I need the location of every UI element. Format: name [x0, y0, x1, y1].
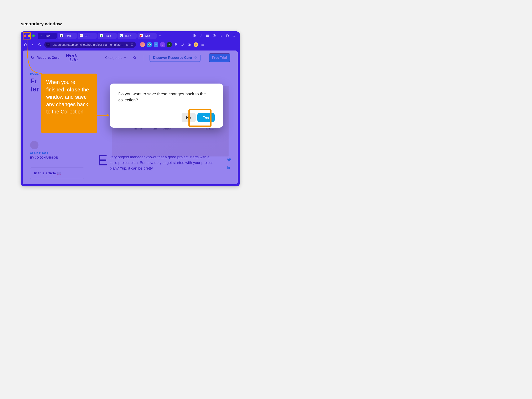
- browser-tab[interactable]: ◆ Proje: [98, 33, 117, 39]
- titlebar: ∞ Free t Simp ••• 27 P ◆ Proje C 15 Fr m…: [21, 31, 240, 40]
- linkedin-icon[interactable]: in: [227, 166, 231, 170]
- browser-tab[interactable]: m Wha: [138, 33, 157, 39]
- extensions-row: 💬 ≡ ☺ ✦ 🎨: [140, 42, 205, 47]
- export-icon[interactable]: [226, 34, 229, 37]
- author-avatar: [30, 141, 38, 149]
- tab-favicon: ∞: [40, 34, 43, 37]
- svg-point-7: [222, 35, 222, 35]
- list-icon[interactable]: [206, 34, 209, 37]
- compass-icon[interactable]: [212, 34, 216, 37]
- svg-rect-1: [207, 35, 209, 35]
- tab-favicon: m: [139, 34, 143, 37]
- svg-rect-18: [188, 44, 190, 45]
- chevron-down-icon: [124, 56, 127, 59]
- menu-icon[interactable]: [200, 42, 205, 47]
- dropcap: E: [98, 154, 108, 167]
- extension-icon[interactable]: ✦: [167, 42, 171, 47]
- discover-button-label: Discover Resource Guru: [153, 56, 192, 59]
- share-column: in: [227, 157, 231, 170]
- extension-icon[interactable]: ☺: [160, 42, 165, 47]
- svg-rect-17: [132, 44, 133, 45]
- browser-tab[interactable]: ••• 27 P: [78, 33, 97, 39]
- new-tab-button[interactable]: +: [158, 33, 163, 38]
- svg-rect-3: [207, 36, 209, 37]
- tab-label: Free: [45, 34, 50, 37]
- logo-resourceguru[interactable]: ResourceGuru: [30, 56, 59, 60]
- categories-dropdown[interactable]: Categories: [105, 56, 127, 60]
- svg-point-9: [221, 36, 221, 36]
- extension-icon[interactable]: ≡: [154, 42, 158, 47]
- article-body: E very project manager knows that a good…: [98, 154, 216, 171]
- divider: [143, 55, 143, 61]
- tab-label: Proje: [105, 34, 111, 37]
- extension-icon[interactable]: 💬: [147, 42, 152, 47]
- window-controls: [24, 35, 35, 37]
- tab-favicon: ◆: [100, 34, 103, 37]
- svg-rect-16: [131, 44, 132, 45]
- reload-button[interactable]: [37, 42, 42, 47]
- browser-tab[interactable]: t Simp: [58, 33, 77, 39]
- install-app-icon[interactable]: [130, 43, 134, 46]
- annotation-callout: When you're finished, close the window a…: [41, 74, 97, 133]
- address-bar[interactable]: resourceguruapp.com/blog/free-project-pl…: [44, 42, 136, 48]
- star-icon[interactable]: [125, 43, 129, 46]
- tab-label: Wha: [145, 34, 150, 37]
- site-settings-icon[interactable]: [46, 43, 50, 47]
- categories-label: Categories: [105, 56, 122, 60]
- svg-point-5: [220, 35, 220, 35]
- address-url: resourceguruapp.com/blog/free-project-pl…: [52, 43, 124, 46]
- browser-toolbar: resourceguruapp.com/blog/free-project-pl…: [21, 40, 240, 49]
- svg-point-6: [221, 35, 221, 35]
- leaf-icon[interactable]: [180, 42, 185, 47]
- close-window-button[interactable]: [24, 35, 26, 37]
- svg-point-10: [222, 36, 222, 36]
- logo-worklife-line2: Life: [70, 58, 78, 62]
- svg-rect-2: [207, 36, 209, 36]
- svg-point-4: [213, 35, 215, 37]
- back-button[interactable]: [30, 42, 35, 47]
- tab-favicon: C: [120, 34, 123, 37]
- site-header: ResourceGuru Work Life Categories Discov…: [23, 50, 238, 65]
- sidepanel-icon[interactable]: [187, 42, 191, 47]
- maximize-window-button[interactable]: [32, 35, 35, 37]
- extension-icon[interactable]: 🎨: [194, 42, 198, 47]
- search-icon[interactable]: [232, 34, 236, 37]
- minimize-window-button[interactable]: [28, 35, 31, 37]
- search-icon[interactable]: [133, 56, 137, 60]
- magic-wand-icon[interactable]: [199, 34, 203, 37]
- browser-tab[interactable]: ∞ Free: [38, 33, 57, 39]
- svg-point-15: [233, 35, 235, 36]
- extensions-puzzle-icon[interactable]: [174, 42, 178, 47]
- discover-button[interactable]: Discover Resource Guru ✧: [150, 54, 201, 62]
- twitter-icon[interactable]: [227, 157, 231, 162]
- profile-avatar[interactable]: [140, 42, 145, 47]
- tab-label: 15 Fr: [125, 34, 131, 37]
- svg-point-11: [220, 36, 220, 37]
- logo-worklife[interactable]: Work Life: [66, 54, 78, 62]
- browser-tab[interactable]: C 15 Fr: [118, 33, 137, 39]
- grid-icon[interactable]: [219, 34, 223, 37]
- svg-point-13: [222, 36, 222, 37]
- dialog-no-button[interactable]: No: [182, 113, 196, 122]
- tab-favicon: t: [60, 34, 63, 37]
- free-trial-button[interactable]: Free Trial: [209, 53, 230, 62]
- tab-favicon: •••: [80, 34, 83, 37]
- logo-text: ResourceGuru: [36, 56, 59, 60]
- dialog-yes-button[interactable]: Yes: [197, 113, 215, 122]
- titlebar-actions: [192, 34, 238, 37]
- sparkle-icon: ✧: [194, 56, 197, 59]
- tab-strip: ∞ Free t Simp ••• 27 P ◆ Proje C 15 Fr m…: [38, 33, 163, 39]
- home-button[interactable]: [23, 42, 28, 47]
- dialog-text: Do you want to save these changes back t…: [118, 91, 215, 103]
- in-this-article-box[interactable]: In this article 📖: [30, 168, 84, 179]
- article-text: very project manager knows that a good p…: [110, 155, 213, 170]
- globe-icon[interactable]: [192, 34, 196, 37]
- dialog-buttons: No Yes: [118, 113, 215, 122]
- tab-label: Simp: [65, 34, 71, 37]
- svg-point-8: [220, 36, 220, 36]
- svg-point-21: [133, 56, 136, 59]
- svg-point-12: [221, 36, 221, 37]
- page-title-label: secondary window: [21, 21, 62, 27]
- tab-label: 27 P: [85, 34, 90, 37]
- save-changes-dialog: Do you want to save these changes back t…: [110, 84, 223, 128]
